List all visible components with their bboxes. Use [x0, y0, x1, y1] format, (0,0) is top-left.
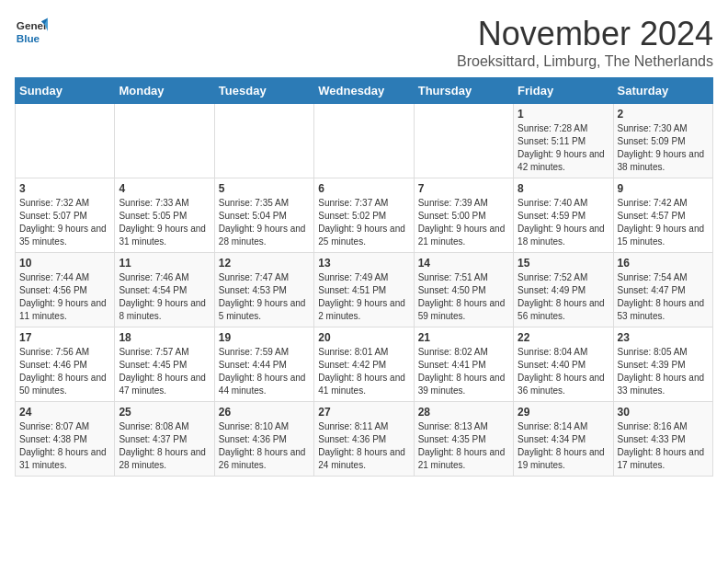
day-info: Sunrise: 7:51 AM Sunset: 4:50 PM Dayligh…: [418, 271, 509, 323]
day-number: 11: [119, 257, 210, 270]
day-info: Sunrise: 8:05 AM Sunset: 4:39 PM Dayligh…: [618, 346, 709, 397]
day-info: Sunrise: 8:04 AM Sunset: 4:40 PM Dayligh…: [518, 346, 609, 397]
day-number: 17: [19, 331, 110, 344]
day-number: 3: [19, 182, 110, 195]
day-number: 23: [618, 331, 709, 344]
svg-text:Blue: Blue: [17, 32, 40, 44]
calendar-cell: 13Sunrise: 7:49 AM Sunset: 4:51 PM Dayli…: [314, 253, 414, 327]
calendar-cell: 8Sunrise: 7:40 AM Sunset: 4:59 PM Daylig…: [514, 178, 613, 253]
calendar-cell: 16Sunrise: 7:54 AM Sunset: 4:47 PM Dayli…: [613, 253, 712, 327]
calendar-cell: 22Sunrise: 8:04 AM Sunset: 4:40 PM Dayli…: [514, 327, 613, 402]
logo: General Blue: [15, 15, 48, 48]
calendar-cell: 26Sunrise: 8:10 AM Sunset: 4:36 PM Dayli…: [214, 402, 313, 477]
location-title: Broeksittard, Limburg, The Netherlands: [457, 53, 713, 70]
day-info: Sunrise: 8:07 AM Sunset: 4:38 PM Dayligh…: [19, 420, 110, 472]
day-number: 26: [219, 406, 310, 419]
day-info: Sunrise: 7:56 AM Sunset: 4:46 PM Dayligh…: [19, 346, 110, 397]
week-row-3: 10Sunrise: 7:44 AM Sunset: 4:56 PM Dayli…: [16, 253, 713, 327]
day-number: 12: [219, 257, 310, 270]
day-number: 8: [518, 182, 609, 195]
day-info: Sunrise: 8:13 AM Sunset: 4:35 PM Dayligh…: [418, 420, 509, 472]
calendar-cell: 21Sunrise: 8:02 AM Sunset: 4:41 PM Dayli…: [414, 327, 513, 402]
day-info: Sunrise: 7:46 AM Sunset: 4:54 PM Dayligh…: [119, 271, 210, 323]
day-number: 5: [219, 182, 310, 195]
week-row-2: 3Sunrise: 7:32 AM Sunset: 5:07 PM Daylig…: [16, 178, 713, 253]
day-info: Sunrise: 8:08 AM Sunset: 4:37 PM Dayligh…: [119, 420, 210, 472]
column-header-friday: Friday: [514, 78, 613, 104]
day-info: Sunrise: 7:47 AM Sunset: 4:53 PM Dayligh…: [219, 271, 310, 323]
day-number: 30: [618, 406, 709, 419]
day-info: Sunrise: 7:32 AM Sunset: 5:07 PM Dayligh…: [19, 197, 110, 248]
day-info: Sunrise: 8:10 AM Sunset: 4:36 PM Dayligh…: [219, 420, 310, 472]
day-info: Sunrise: 7:37 AM Sunset: 5:02 PM Dayligh…: [318, 197, 409, 248]
day-number: 16: [618, 257, 709, 270]
calendar-cell: 27Sunrise: 8:11 AM Sunset: 4:36 PM Dayli…: [314, 402, 414, 477]
day-number: 21: [418, 331, 509, 344]
week-row-5: 24Sunrise: 8:07 AM Sunset: 4:38 PM Dayli…: [16, 402, 713, 477]
calendar-cell: [314, 104, 414, 178]
logo-icon: General Blue: [15, 15, 48, 48]
calendar-cell: 3Sunrise: 7:32 AM Sunset: 5:07 PM Daylig…: [16, 178, 115, 253]
calendar-cell: [414, 104, 513, 178]
calendar-cell: 20Sunrise: 8:01 AM Sunset: 4:42 PM Dayli…: [314, 327, 414, 402]
calendar-cell: 29Sunrise: 8:14 AM Sunset: 4:34 PM Dayli…: [514, 402, 613, 477]
calendar-cell: 19Sunrise: 7:59 AM Sunset: 4:44 PM Dayli…: [214, 327, 313, 402]
day-info: Sunrise: 7:44 AM Sunset: 4:56 PM Dayligh…: [19, 271, 110, 323]
day-info: Sunrise: 8:14 AM Sunset: 4:34 PM Dayligh…: [518, 420, 609, 472]
day-info: Sunrise: 8:02 AM Sunset: 4:41 PM Dayligh…: [418, 346, 509, 397]
week-row-1: 1Sunrise: 7:28 AM Sunset: 5:11 PM Daylig…: [16, 104, 713, 178]
day-number: 1: [518, 108, 609, 121]
calendar-cell: 28Sunrise: 8:13 AM Sunset: 4:35 PM Dayli…: [414, 402, 513, 477]
day-info: Sunrise: 7:30 AM Sunset: 5:09 PM Dayligh…: [618, 122, 709, 174]
day-info: Sunrise: 7:42 AM Sunset: 4:57 PM Dayligh…: [618, 197, 709, 248]
day-number: 28: [418, 406, 509, 419]
column-header-wednesday: Wednesday: [314, 78, 414, 104]
calendar-cell: 10Sunrise: 7:44 AM Sunset: 4:56 PM Dayli…: [16, 253, 115, 327]
day-info: Sunrise: 7:59 AM Sunset: 4:44 PM Dayligh…: [219, 346, 310, 397]
calendar-cell: [115, 104, 214, 178]
calendar-cell: 4Sunrise: 7:33 AM Sunset: 5:05 PM Daylig…: [115, 178, 214, 253]
day-number: 25: [119, 406, 210, 419]
calendar-cell: 25Sunrise: 8:08 AM Sunset: 4:37 PM Dayli…: [115, 402, 214, 477]
day-number: 22: [518, 331, 609, 344]
day-info: Sunrise: 8:16 AM Sunset: 4:33 PM Dayligh…: [618, 420, 709, 472]
column-header-monday: Monday: [115, 78, 214, 104]
day-number: 9: [618, 182, 709, 195]
day-info: Sunrise: 7:57 AM Sunset: 4:45 PM Dayligh…: [119, 346, 210, 397]
header-row: SundayMondayTuesdayWednesdayThursdayFrid…: [16, 78, 713, 104]
week-row-4: 17Sunrise: 7:56 AM Sunset: 4:46 PM Dayli…: [16, 327, 713, 402]
calendar-cell: 11Sunrise: 7:46 AM Sunset: 4:54 PM Dayli…: [115, 253, 214, 327]
calendar-cell: 23Sunrise: 8:05 AM Sunset: 4:39 PM Dayli…: [613, 327, 712, 402]
day-number: 15: [518, 257, 609, 270]
day-number: 27: [318, 406, 409, 419]
calendar-cell: 17Sunrise: 7:56 AM Sunset: 4:46 PM Dayli…: [16, 327, 115, 402]
day-info: Sunrise: 7:35 AM Sunset: 5:04 PM Dayligh…: [219, 197, 310, 248]
column-header-thursday: Thursday: [414, 78, 513, 104]
column-header-sunday: Sunday: [16, 78, 115, 104]
calendar-cell: 2Sunrise: 7:30 AM Sunset: 5:09 PM Daylig…: [613, 104, 712, 178]
day-number: 13: [318, 257, 409, 270]
calendar-cell: 9Sunrise: 7:42 AM Sunset: 4:57 PM Daylig…: [613, 178, 712, 253]
calendar-cell: [16, 104, 115, 178]
calendar-cell: 14Sunrise: 7:51 AM Sunset: 4:50 PM Dayli…: [414, 253, 513, 327]
day-number: 18: [119, 331, 210, 344]
header: General Blue November 2024 Broeksittard,…: [15, 15, 713, 70]
day-number: 7: [418, 182, 509, 195]
day-number: 10: [19, 257, 110, 270]
day-info: Sunrise: 8:11 AM Sunset: 4:36 PM Dayligh…: [318, 420, 409, 472]
day-number: 19: [219, 331, 310, 344]
day-info: Sunrise: 7:28 AM Sunset: 5:11 PM Dayligh…: [518, 122, 609, 174]
calendar-cell: 30Sunrise: 8:16 AM Sunset: 4:33 PM Dayli…: [613, 402, 712, 477]
column-header-saturday: Saturday: [613, 78, 712, 104]
day-number: 24: [19, 406, 110, 419]
calendar-cell: 15Sunrise: 7:52 AM Sunset: 4:49 PM Dayli…: [514, 253, 613, 327]
title-area: November 2024 Broeksittard, Limburg, The…: [457, 15, 713, 70]
day-number: 20: [318, 331, 409, 344]
day-info: Sunrise: 8:01 AM Sunset: 4:42 PM Dayligh…: [318, 346, 409, 397]
calendar-header: SundayMondayTuesdayWednesdayThursdayFrid…: [16, 78, 713, 104]
calendar-cell: 24Sunrise: 8:07 AM Sunset: 4:38 PM Dayli…: [16, 402, 115, 477]
day-number: 4: [119, 182, 210, 195]
calendar-table: SundayMondayTuesdayWednesdayThursdayFrid…: [15, 77, 713, 477]
calendar-cell: 1Sunrise: 7:28 AM Sunset: 5:11 PM Daylig…: [514, 104, 613, 178]
calendar-cell: 5Sunrise: 7:35 AM Sunset: 5:04 PM Daylig…: [214, 178, 313, 253]
